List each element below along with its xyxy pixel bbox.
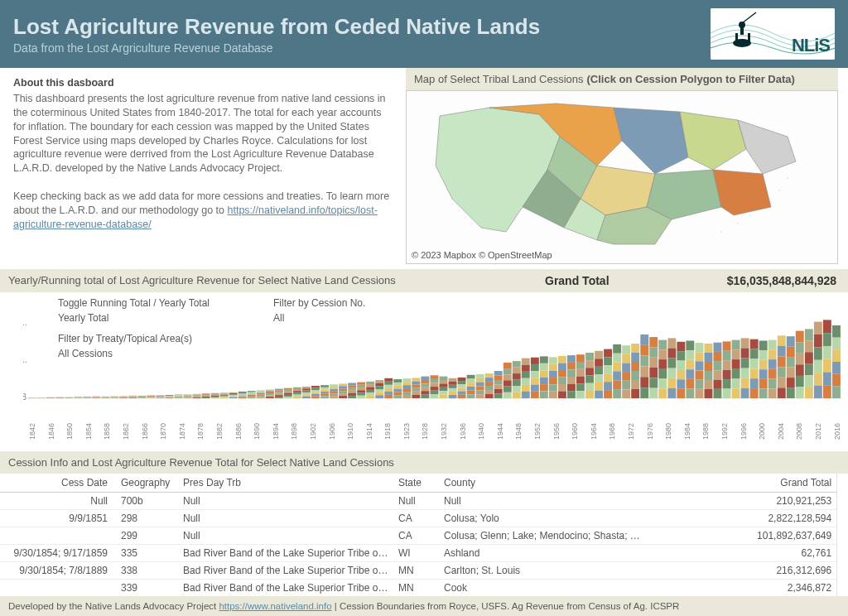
table-row[interactable]: 9/9/1851298NullCAColusa; Yolo2,822,128,5… <box>0 510 836 527</box>
x-tick: 1910 <box>346 431 354 440</box>
col-county[interactable]: County <box>439 474 646 493</box>
svg-point-8 <box>778 190 780 191</box>
svg-rect-212 <box>330 384 338 387</box>
col-pres-day-trb[interactable]: Pres Day Trb <box>178 474 393 493</box>
svg-rect-545 <box>832 362 841 374</box>
yearly-chart[interactable]: Toggle Running Total / Yearly Total Year… <box>0 292 848 423</box>
svg-rect-88 <box>137 397 146 397</box>
svg-rect-410 <box>631 344 639 353</box>
svg-rect-484 <box>741 359 749 368</box>
x-tick: 1980 <box>664 431 672 440</box>
svg-rect-483 <box>741 349 749 359</box>
x-tick: 1972 <box>627 431 635 440</box>
table-row[interactable]: 9/30/1854; 9/17/1859335Bad River Band of… <box>0 545 836 562</box>
svg-rect-353 <box>540 378 548 384</box>
svg-rect-164 <box>257 390 265 392</box>
svg-rect-500 <box>768 340 777 350</box>
svg-rect-399 <box>613 354 621 363</box>
svg-rect-508 <box>778 357 786 368</box>
svg-rect-221 <box>339 391 347 393</box>
svg-rect-516 <box>787 378 795 388</box>
svg-rect-87 <box>137 396 146 397</box>
svg-rect-274 <box>421 383 429 387</box>
toggle-value[interactable]: Yearly Total <box>58 312 108 324</box>
svg-rect-487 <box>741 388 749 398</box>
svg-rect-248 <box>384 378 393 382</box>
svg-rect-232 <box>357 387 365 390</box>
svg-rect-405 <box>622 354 630 363</box>
svg-rect-298 <box>458 384 466 387</box>
filter-cession-value[interactable]: All <box>273 312 284 324</box>
svg-rect-454 <box>696 361 704 370</box>
svg-rect-132 <box>202 397 210 397</box>
svg-rect-431 <box>658 369 667 379</box>
col-state[interactable]: State <box>393 474 439 493</box>
x-tick: 1842 <box>28 431 36 440</box>
svg-rect-511 <box>778 387 786 398</box>
table-row[interactable]: Null700bNullNullNull210,921,253 <box>0 493 836 510</box>
svg-rect-411 <box>631 353 639 362</box>
svg-rect-496 <box>759 360 768 370</box>
svg-rect-504 <box>768 379 777 389</box>
svg-rect-467 <box>714 370 722 379</box>
svg-rect-459 <box>705 353 713 362</box>
svg-rect-466 <box>714 361 722 370</box>
footer-link[interactable]: https://www.nativeland.info <box>219 601 331 611</box>
svg-rect-463 <box>705 389 713 398</box>
svg-rect-307 <box>467 394 475 398</box>
svg-rect-474 <box>723 379 731 388</box>
x-tick: 1878 <box>196 431 205 440</box>
svg-rect-108 <box>166 397 174 398</box>
y-tick-2: 20.. <box>23 318 27 327</box>
svg-rect-402 <box>613 380 621 389</box>
svg-rect-144 <box>220 397 229 397</box>
svg-rect-2 <box>735 33 738 43</box>
svg-rect-432 <box>658 379 667 389</box>
svg-rect-342 <box>522 385 530 392</box>
svg-rect-312 <box>476 390 484 394</box>
cession-map[interactable]: © 2023 Mapbox © OpenStreetMap <box>406 90 838 264</box>
svg-rect-246 <box>375 392 383 396</box>
svg-rect-141 <box>220 394 229 395</box>
x-tick: 1898 <box>290 431 298 440</box>
svg-rect-524 <box>805 329 813 340</box>
x-axis-ticks: 1842184618501854185818621866187018741878… <box>0 423 848 448</box>
table-scrollbar[interactable] <box>836 474 848 597</box>
table-row[interactable]: 339Bad River Band of the Lake Superior T… <box>0 580 836 597</box>
svg-rect-262 <box>402 385 411 388</box>
svg-rect-423 <box>649 347 658 357</box>
svg-rect-261 <box>402 382 411 385</box>
table-row[interactable]: 299NullCAColusa; Glenn; Lake; Mendocino;… <box>0 527 836 545</box>
svg-rect-308 <box>476 374 484 378</box>
svg-rect-299 <box>458 388 466 392</box>
svg-rect-349 <box>531 392 539 398</box>
svg-rect-275 <box>421 387 429 391</box>
svg-rect-491 <box>750 368 759 378</box>
svg-rect-210 <box>320 394 329 397</box>
page-subtitle: Data from the Lost Argriculture Revenue … <box>13 41 540 55</box>
svg-rect-380 <box>585 353 594 360</box>
svg-rect-464 <box>714 343 722 352</box>
svg-rect-117 <box>184 395 192 396</box>
col-grand-total[interactable]: Grand Total <box>646 474 836 493</box>
svg-rect-138 <box>211 397 219 397</box>
x-tick: 1932 <box>440 431 448 440</box>
svg-rect-273 <box>421 380 429 383</box>
table-row[interactable]: 9/30/1854; 7/8/1889338Bad River Band of … <box>0 562 836 580</box>
svg-rect-388 <box>595 367 603 375</box>
col-geography[interactable]: Geography <box>116 474 178 493</box>
svg-rect-244 <box>375 386 383 389</box>
svg-rect-507 <box>778 346 786 357</box>
svg-rect-114 <box>175 397 183 398</box>
svg-rect-203 <box>311 392 320 395</box>
svg-rect-284 <box>440 377 448 380</box>
svg-rect-347 <box>531 378 539 384</box>
x-tick: 1918 <box>383 431 392 440</box>
svg-rect-370 <box>567 369 576 377</box>
filter-treaty-value[interactable]: All Cessions <box>58 348 113 359</box>
svg-rect-396 <box>604 382 612 390</box>
col-cess-date[interactable]: Cess Date <box>0 474 116 493</box>
svg-rect-89 <box>137 397 146 398</box>
svg-rect-446 <box>686 341 694 351</box>
about-body-1: This dashboard presents the lost agricul… <box>13 92 393 176</box>
